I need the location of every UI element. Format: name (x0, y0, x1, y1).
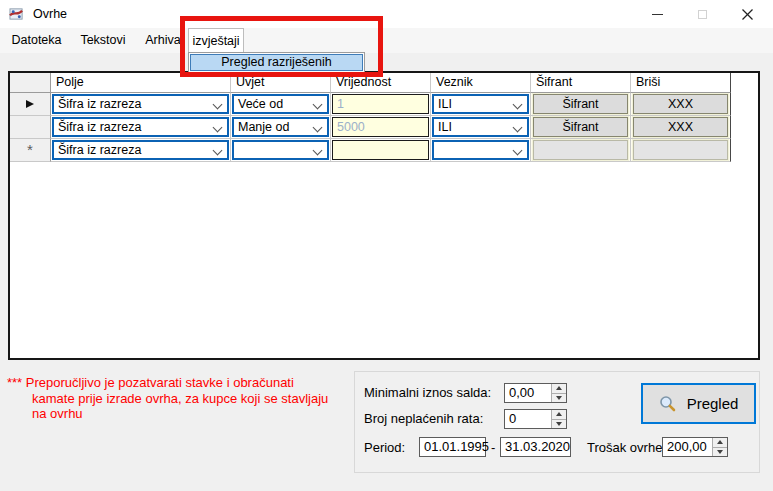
spin-down-button[interactable] (552, 420, 566, 429)
chevron-down-icon (313, 123, 323, 133)
chevron-down-icon (313, 100, 323, 110)
column-header-sifrant: Šifrant (531, 73, 631, 93)
unpaid-installments-stepper[interactable]: 0 (504, 409, 567, 429)
vrijednost-input[interactable] (332, 140, 429, 160)
arrow-down-icon (717, 450, 723, 454)
period-label: Period: (364, 440, 405, 455)
chevron-down-icon (213, 100, 223, 110)
column-header-polje: Polje (51, 73, 231, 93)
uvjet-cell: Veće od (231, 93, 331, 116)
spin-down-button[interactable] (713, 448, 727, 457)
veznik-cell: ILI (431, 116, 531, 139)
vrijednost-input[interactable]: 1 (332, 94, 429, 114)
close-button[interactable] (725, 0, 770, 28)
vrijednost-cell: 5000 (331, 116, 431, 139)
header-corner-cell (10, 73, 51, 93)
chevron-down-icon (513, 123, 523, 133)
enforcement-cost-label: Trošak ovrhe: (587, 440, 666, 455)
brisi-cell: XXX (631, 116, 731, 139)
combobox-value: Šifra iz razreza (58, 97, 141, 111)
row-header-cell (10, 116, 51, 139)
sifrant-cell: Šifrant (531, 116, 631, 139)
min-balance-value[interactable]: 0,00 (505, 384, 551, 402)
spin-up-button[interactable] (552, 410, 566, 420)
polje-combobox[interactable]: Šifra iz razreza (52, 140, 229, 160)
period-to-field[interactable]: 31.03.2020 (500, 437, 571, 457)
vrijednost-input[interactable]: 5000 (332, 117, 429, 137)
column-header-uvjet: Uvjet (231, 73, 331, 93)
table-row: Šifra iz razreza Manje od 5000 ILI Šifra… (10, 116, 731, 139)
menu-item-tekstovi[interactable]: Tekstovi (69, 28, 137, 52)
veznik-cell: ILI (431, 93, 531, 116)
uvjet-cell: Manje od (231, 116, 331, 139)
delete-row-button-disabled (633, 140, 728, 160)
uvjet-combobox[interactable]: Manje od (232, 117, 329, 137)
row-header-cell (10, 93, 51, 116)
period-from-field[interactable]: 01.01.1995 (419, 437, 486, 457)
table-row: * Šifra iz razreza (10, 139, 731, 162)
warning-note: *** Preporučljivo je pozatvarati stavke … (7, 375, 355, 422)
arrow-down-icon (556, 396, 562, 400)
combobox-value: Manje od (238, 120, 289, 134)
veznik-combobox[interactable]: ILI (432, 117, 529, 137)
chevron-down-icon (313, 146, 323, 156)
uvjet-combobox[interactable] (232, 140, 329, 160)
combobox-value: ILI (438, 120, 452, 134)
maximize-icon (698, 10, 707, 19)
maximize-button (680, 0, 725, 28)
sifrant-button[interactable]: Šifrant (533, 94, 628, 114)
title-bar: Ovrhe (0, 0, 773, 28)
spin-down-button[interactable] (552, 394, 566, 403)
combobox-value: Šifra iz razreza (58, 143, 141, 157)
minimize-button[interactable] (635, 0, 680, 28)
current-row-icon (26, 100, 34, 108)
polje-cell: Šifra iz razreza (51, 116, 231, 139)
delete-row-button[interactable]: XXX (633, 94, 728, 114)
criteria-grid: Polje Uvjet Vrijednost Veznik Šifrant Br… (8, 71, 760, 360)
min-balance-label: Minimalni iznos salda: (364, 385, 491, 400)
close-icon (742, 9, 753, 20)
combobox-value: Veće od (238, 97, 283, 111)
min-balance-stepper[interactable]: 0,00 (504, 383, 567, 403)
filters-groupbox: Minimalni iznos salda: 0,00 Broj neplaće… (354, 371, 760, 473)
menu-item-datoteka[interactable]: Datoteka (2, 28, 71, 52)
uvjet-combobox[interactable]: Veće od (232, 94, 329, 114)
magnifier-icon (659, 395, 676, 412)
window-title: Ovrhe (33, 7, 67, 21)
sifrant-cell: Šifrant (531, 93, 631, 116)
column-header-veznik: Veznik (431, 73, 531, 93)
enforcement-cost-value[interactable]: 200,00 (663, 438, 712, 456)
menu-item-izvjestaji[interactable]: izvještaji (188, 28, 244, 53)
veznik-cell (431, 139, 531, 162)
arrow-up-icon (717, 440, 723, 444)
minimize-icon (652, 14, 663, 15)
spin-up-button[interactable] (552, 384, 566, 394)
preview-button[interactable]: Pregled (641, 383, 756, 424)
arrow-up-icon (556, 386, 562, 390)
menu-item-arhiva[interactable]: Arhiva (137, 28, 189, 52)
new-row-icon: * (27, 145, 33, 155)
preview-button-label: Pregled (687, 395, 739, 412)
menu-item-pregled-razrijesenih[interactable]: Pregled razriješenih (190, 54, 363, 71)
veznik-combobox[interactable] (432, 140, 529, 160)
polje-combobox[interactable]: Šifra iz razreza (52, 117, 229, 137)
polje-cell: Šifra iz razreza (51, 139, 231, 162)
vrijednost-cell (331, 139, 431, 162)
polje-combobox[interactable]: Šifra iz razreza (52, 94, 229, 114)
column-header-brisi: Briši (631, 73, 731, 93)
spin-up-button[interactable] (713, 438, 727, 448)
sifrant-button[interactable]: Šifrant (533, 117, 628, 137)
chevron-down-icon (213, 146, 223, 156)
delete-row-button[interactable]: XXX (633, 117, 728, 137)
combobox-value: ILI (438, 97, 452, 111)
uvjet-cell (231, 139, 331, 162)
enforcement-cost-stepper[interactable]: 200,00 (662, 437, 728, 457)
unpaid-installments-value[interactable]: 0 (505, 410, 551, 428)
veznik-combobox[interactable]: ILI (432, 94, 529, 114)
app-icon (9, 7, 24, 21)
warning-note-line: kamate prije izrade ovrha, za kupce koji… (7, 391, 355, 407)
chevron-down-icon (513, 100, 523, 110)
column-header-vrijednost: Vrijednost (331, 73, 431, 93)
arrow-down-icon (556, 422, 562, 426)
izvjestaji-dropdown: Pregled razriješenih (188, 52, 365, 73)
